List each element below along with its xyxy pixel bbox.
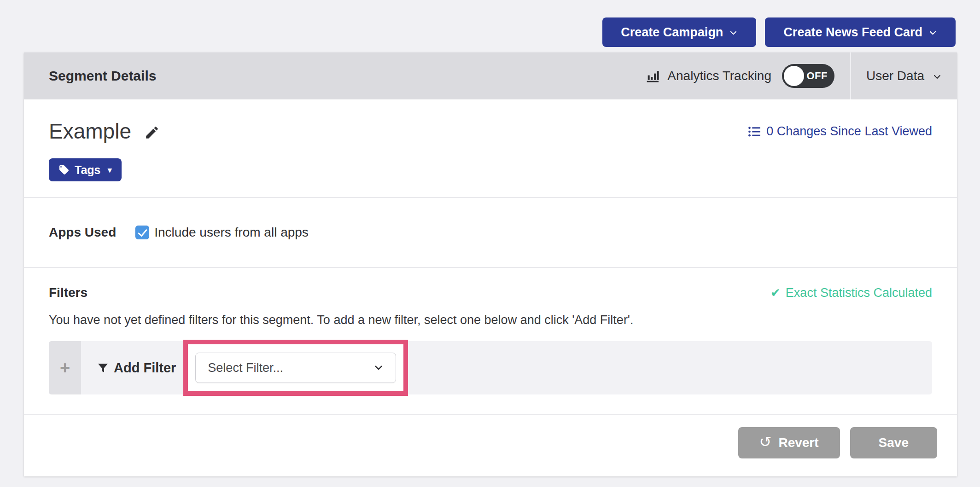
- changes-since-last-viewed-link[interactable]: 0 Changes Since Last Viewed: [748, 124, 932, 139]
- tags-button[interactable]: Tags ▾: [49, 158, 122, 181]
- analytics-tracking-toggle[interactable]: OFF: [782, 64, 834, 88]
- add-filter-label: Add Filter: [114, 360, 176, 376]
- top-action-bar: Create Campaign Create News Feed Card: [602, 17, 956, 47]
- title-section: Example 0 Changes Since Last Viewed Tags…: [24, 99, 957, 197]
- add-filter-plus-button[interactable]: +: [49, 341, 81, 394]
- filters-heading: Filters: [49, 285, 88, 300]
- add-filter-label-group: Add Filter: [97, 360, 176, 376]
- caret-down-icon: ▾: [108, 165, 112, 175]
- apps-used-label: Apps Used: [49, 225, 116, 240]
- filters-helper-text: You have not yet defined filters for thi…: [49, 313, 932, 327]
- bar-chart-icon: [646, 69, 660, 83]
- card-header: Segment Details Analytics Tracking OFF U…: [24, 52, 957, 99]
- add-filter-row: + Add Filter Select Filter...: [49, 341, 932, 394]
- user-data-dropdown[interactable]: User Data: [851, 69, 957, 83]
- create-news-feed-card-button[interactable]: Create News Feed Card: [765, 17, 956, 47]
- analytics-tracking-label: Analytics Tracking: [667, 69, 771, 83]
- chevron-down-icon: [729, 29, 738, 37]
- include-all-apps-checkbox[interactable]: [135, 226, 149, 239]
- list-icon: [748, 125, 761, 138]
- changes-link-label: 0 Changes Since Last Viewed: [766, 124, 932, 139]
- filter-funnel-icon: [97, 362, 109, 374]
- segment-details-card: Segment Details Analytics Tracking OFF U…: [24, 52, 957, 476]
- include-all-apps-label: Include users from all apps: [154, 225, 309, 240]
- create-campaign-label: Create Campaign: [621, 25, 723, 40]
- toggle-state-label: OFF: [807, 70, 835, 82]
- chevron-down-icon: [933, 72, 942, 81]
- create-news-feed-card-label: Create News Feed Card: [783, 25, 922, 40]
- revert-button[interactable]: ↺ Revert: [738, 427, 840, 458]
- tags-button-label: Tags: [75, 163, 101, 177]
- tag-icon: [58, 164, 70, 175]
- revert-icon: ↺: [759, 433, 772, 451]
- apps-used-section: Apps Used Include users from all apps: [24, 197, 957, 267]
- toggle-knob: [784, 66, 804, 86]
- status-badge: ✔ Exact Statistics Calculated: [770, 286, 932, 300]
- create-campaign-button[interactable]: Create Campaign: [602, 17, 756, 47]
- revert-label: Revert: [778, 435, 818, 450]
- check-icon: ✔: [770, 286, 781, 300]
- chevron-down-icon: [373, 363, 384, 373]
- save-label: Save: [879, 435, 909, 450]
- analytics-tracking-control: Analytics Tracking OFF: [646, 64, 834, 88]
- edit-pencil-icon[interactable]: [144, 125, 160, 140]
- card-footer: ↺ Revert Save: [24, 414, 957, 476]
- filter-select-dropdown[interactable]: Select Filter...: [195, 353, 396, 383]
- user-data-label: User Data: [866, 69, 924, 83]
- save-button[interactable]: Save: [850, 427, 937, 458]
- filters-status-label: Exact Statistics Calculated: [786, 286, 932, 300]
- segment-name: Example: [49, 118, 131, 145]
- page-title: Segment Details: [24, 68, 646, 84]
- plus-icon: +: [60, 358, 70, 378]
- filters-section: Filters ✔ Exact Statistics Calculated Yo…: [24, 267, 957, 413]
- filter-select-value: Select Filter...: [208, 361, 283, 375]
- chevron-down-icon: [928, 29, 937, 37]
- annotation-highlight-box: Select Filter...: [183, 340, 408, 396]
